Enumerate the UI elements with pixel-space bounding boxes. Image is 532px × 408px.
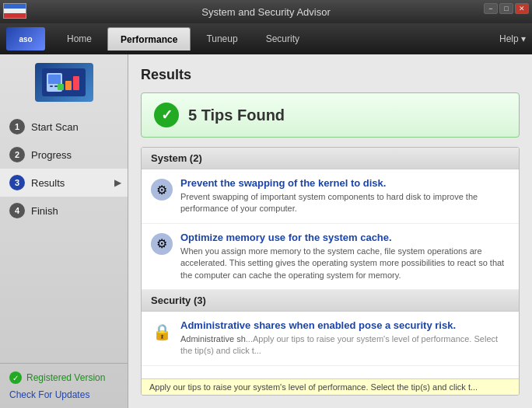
help-button[interactable]: Help ▾	[499, 33, 526, 44]
tip-gear-icon-1: ⚙	[151, 179, 173, 201]
tip-item-memory[interactable]: ⚙ Optimize memory use for the system cac…	[142, 224, 519, 290]
step-number-2: 2	[9, 147, 25, 162]
check-updates-link[interactable]: Check For Updates	[9, 389, 89, 400]
tab-security[interactable]: Security	[254, 27, 312, 51]
maximize-button[interactable]: □	[499, 3, 513, 14]
flag-icon	[3, 3, 26, 19]
step-number-1: 1	[9, 119, 25, 134]
window-title: System and Security Advisor	[201, 6, 330, 18]
registered-badge: ✓ Registered Version	[9, 371, 118, 384]
svg-rect-2	[48, 75, 61, 84]
tip-content-kernel: Prevent the swapping of the kernel to di…	[180, 177, 509, 215]
step-number-3: 3	[9, 175, 25, 190]
sidebar-footer: ✓ Registered Version Check For Updates	[0, 363, 128, 408]
title-bar: System and Security Advisor − □ ✕	[0, 0, 532, 23]
nav-logo: aso	[6, 27, 45, 51]
svg-rect-3	[50, 85, 53, 87]
tips-banner: ✓ 5 Tips Found	[141, 92, 520, 138]
tab-home[interactable]: Home	[54, 27, 104, 51]
sidebar-step-scan[interactable]: 1 Start Scan	[0, 113, 128, 141]
svg-rect-5	[65, 81, 72, 90]
tips-check-icon: ✓	[154, 103, 179, 127]
svg-rect-4	[54, 85, 58, 87]
minimize-button[interactable]: −	[484, 3, 498, 14]
step-number-4: 4	[9, 203, 25, 218]
nav-bar: aso Home Performance Tuneup Security Hel…	[0, 23, 532, 54]
step-arrow-results: ▶	[114, 177, 121, 188]
content-area: Results ✓ 5 Tips Found System (2) ⚙ Prev…	[128, 54, 532, 408]
tip-desc-admin: Administrative sh...Apply our tips to ra…	[180, 333, 509, 357]
tip-desc-kernel: Prevent swapping of important system com…	[180, 191, 509, 215]
tip-desc-memory: When you assign more memory to the syste…	[180, 246, 509, 281]
svg-rect-6	[73, 76, 79, 90]
title-bar-controls: − □ ✕	[484, 3, 529, 14]
tip-title-admin: Administrative shares when enabled pose …	[180, 319, 509, 331]
tooltip-bar: Apply our tips to raise your system's le…	[142, 378, 519, 395]
step-label-scan: Start Scan	[31, 121, 79, 133]
tip-content-memory: Optimize memory use for the system cache…	[180, 232, 509, 281]
tip-item-kernel[interactable]: ⚙ Prevent the swapping of the kernel to …	[142, 169, 519, 224]
tip-gear-icon-2: ⚙	[151, 233, 173, 255]
registered-label: Registered Version	[26, 372, 105, 383]
tip-lock-icon: 🔒	[151, 321, 173, 343]
tip-title-kernel: Prevent the swapping of the kernel to di…	[180, 177, 509, 189]
registered-check-icon: ✓	[9, 371, 22, 384]
sidebar-step-results[interactable]: 3 Results ▶	[0, 169, 128, 197]
tip-title-memory: Optimize memory use for the system cache…	[180, 232, 509, 243]
sidebar: 1 Start Scan 2 Progress 3 Results ▶ 4 Fi…	[0, 54, 128, 408]
step-label-results: Results	[31, 177, 65, 189]
results-scroll[interactable]: System (2) ⚙ Prevent the swapping of the…	[142, 148, 519, 378]
results-panel: System (2) ⚙ Prevent the swapping of the…	[141, 147, 520, 396]
svg-rect-7	[58, 84, 64, 90]
sidebar-step-progress[interactable]: 2 Progress	[0, 141, 128, 169]
tips-text: 5 Tips Found	[188, 106, 285, 124]
tab-tuneup[interactable]: Tuneup	[194, 27, 250, 51]
step-label-progress: Progress	[31, 149, 72, 161]
tip-item-admin-shares[interactable]: 🔒 Administrative shares when enabled pos…	[142, 312, 519, 366]
sidebar-logo	[33, 61, 95, 103]
tip-content-admin: Administrative shares when enabled pose …	[180, 319, 509, 357]
tab-performance[interactable]: Performance	[107, 27, 191, 51]
content-title: Results	[141, 67, 520, 83]
sidebar-logo-img	[35, 63, 93, 102]
main-container: 1 Start Scan 2 Progress 3 Results ▶ 4 Fi…	[0, 54, 532, 408]
section-header-security: Security (3)	[142, 290, 519, 312]
section-header-system: System (2)	[142, 148, 519, 169]
close-button[interactable]: ✕	[515, 3, 529, 14]
sidebar-step-finish[interactable]: 4 Finish	[0, 197, 128, 225]
step-label-finish: Finish	[31, 205, 58, 217]
